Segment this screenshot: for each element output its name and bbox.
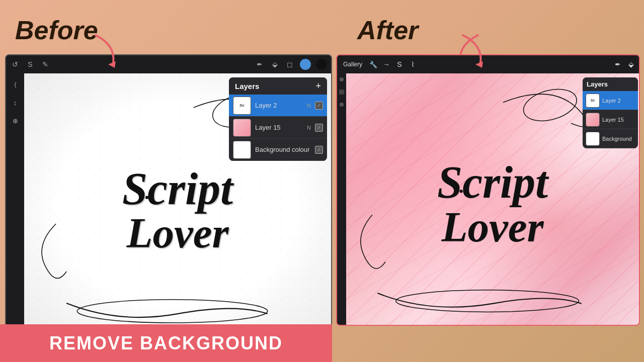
layer-2-thumb-after: Sc — [586, 94, 600, 108]
layers-header-after: Layers — [583, 77, 638, 91]
after-canvas-area: Script Lover L — [337, 73, 639, 325]
layer-item-bg-after[interactable]: Background — [583, 129, 638, 148]
scroll-indicator2 — [340, 103, 344, 107]
layer-15-thumb-after — [586, 113, 600, 127]
script-text-after: Script Lover — [437, 161, 548, 247]
before-arrow-icon — [86, 30, 126, 70]
after-arrow-icon — [453, 30, 493, 70]
layer-item-15-before[interactable]: Layer 15 N ✓ — [229, 117, 327, 139]
layer-item-2-before[interactable]: Sc Layer 2 N ✓ — [229, 95, 327, 117]
after-layers-panel: Layers Sc Layer 2 Layer 15 — [583, 77, 638, 148]
layer-bg-checkbox-before[interactable]: ✓ — [315, 146, 323, 154]
layers-title-before: Layers — [235, 82, 259, 90]
layer-bg-name-after: Background — [602, 136, 635, 142]
after-left-tools — [337, 73, 346, 325]
wrench-icon[interactable]: 🔧 — [368, 59, 378, 69]
before-left-tools: ⟨ ↕ ⊕ — [6, 73, 24, 337]
banner-text: REMOVE BACKGROUND — [49, 333, 283, 354]
after-panel: Gallery 🔧 → S ⌇ ✒ ⬙ — [336, 54, 640, 326]
before-toolbar: ↺ S ✎ ✒ ⬙ ◻ — [6, 55, 331, 73]
scroll-indicator — [340, 77, 344, 81]
svg-marker-0 — [108, 61, 116, 68]
color-black-swatch[interactable] — [316, 59, 327, 70]
arrow-icon[interactable]: → — [381, 59, 391, 69]
before-layers-panel: Layers + Sc Layer 2 N ✓ — [229, 77, 327, 161]
pen2-icon[interactable]: ✒ — [613, 59, 623, 69]
layer-2-checkbox-before[interactable]: ✓ — [315, 102, 323, 110]
undo-icon[interactable]: ↺ — [10, 59, 20, 69]
layers-header-before: Layers + — [229, 77, 327, 95]
before-canvas: Script Lover — [24, 73, 331, 337]
pen-tool-icon[interactable]: ✒ — [255, 59, 265, 69]
layers-title-after: Layers — [587, 80, 608, 88]
tool1-icon[interactable]: ⟨ — [8, 77, 22, 92]
tool-indicator — [339, 89, 344, 95]
bucket-tool-icon[interactable]: ⬙ — [270, 59, 280, 69]
bottom-banner: REMOVE BACKGROUND — [0, 324, 332, 362]
after-label: After — [357, 15, 418, 45]
eraser-tool-icon[interactable]: ◻ — [285, 59, 295, 69]
smudge2-icon[interactable]: S — [394, 59, 405, 69]
before-panel: ↺ S ✎ ✒ ⬙ ◻ ⟨ ↕ ⊕ — [5, 54, 332, 338]
layer-15-name-after: Layer 15 — [602, 117, 635, 123]
smudge-icon[interactable]: S — [25, 59, 35, 69]
layers-add-button-before[interactable]: + — [315, 81, 321, 90]
layer-2-thumb-before: Sc — [233, 97, 251, 115]
brush-icon[interactable]: ⌇ — [408, 59, 418, 69]
svg-marker-1 — [475, 61, 483, 68]
layer-bg-name-before: Background colour — [255, 146, 311, 153]
tool2-icon[interactable]: ↕ — [8, 96, 22, 110]
layer-15-mode-before: N — [307, 125, 311, 131]
layer-bg-thumb-before — [233, 141, 251, 159]
gallery-button[interactable]: Gallery — [340, 61, 365, 68]
layer-item-bg-before[interactable]: Background colour ✓ — [229, 139, 327, 161]
color-blue-swatch[interactable] — [300, 59, 311, 70]
tool3-icon[interactable]: ⊕ — [8, 114, 22, 128]
after-canvas: Script Lover L — [346, 73, 639, 325]
layer-15-checkbox-before[interactable]: ✓ — [315, 124, 323, 132]
main-container: Before After ↺ S ✎ ✒ ⬙ ◻ ⟨ — [0, 0, 644, 362]
script-text-before: Script Lover — [122, 167, 233, 253]
draw-icon[interactable]: ✎ — [40, 59, 50, 69]
bucket2-icon[interactable]: ⬙ — [626, 59, 636, 69]
layer-item-2-after[interactable]: Sc Layer 2 — [583, 91, 638, 110]
layer-15-name-before: Layer 15 — [255, 124, 303, 131]
layer-2-mode-before: N — [307, 103, 311, 109]
before-canvas-area: ⟨ ↕ ⊕ Script Lover — [6, 73, 331, 337]
layer-15-thumb-before — [233, 119, 251, 137]
layer-bg-thumb-after — [586, 132, 600, 146]
layer-2-name-before: Layer 2 — [255, 102, 303, 109]
layer-item-15-after[interactable]: Layer 15 — [583, 110, 638, 129]
layer-2-name-after: Layer 2 — [602, 98, 635, 104]
